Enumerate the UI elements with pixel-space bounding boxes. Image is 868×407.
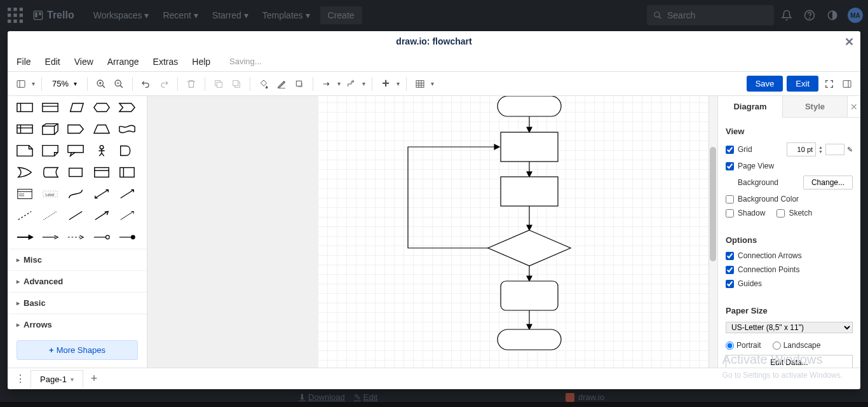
shape-hexagon[interactable] [92, 99, 111, 116]
conn-arrows-checkbox[interactable]: Connection Arrows [726, 251, 853, 260]
pencil-icon[interactable]: ✎ [847, 146, 853, 154]
shape-and[interactable] [118, 142, 137, 160]
menu-view[interactable]: View [74, 57, 93, 67]
line-color-icon[interactable] [275, 77, 288, 91]
close-panel-icon[interactable]: ✕ [848, 96, 860, 117]
shape-arrow[interactable] [118, 185, 137, 203]
shape-connector-2[interactable] [41, 228, 60, 246]
menu-edit[interactable]: Edit [45, 57, 60, 67]
zoom-select[interactable]: 75%▾ [48, 78, 81, 90]
shape-terminator-end[interactable] [498, 329, 561, 350]
sketch-checkbox[interactable]: Sketch [776, 209, 812, 217]
exit-button[interactable]: Exit [787, 76, 818, 92]
shape-connector-5[interactable] [118, 228, 137, 246]
shape-cube[interactable] [41, 120, 60, 138]
table-icon[interactable] [413, 77, 427, 91]
zoom-in-icon[interactable] [94, 77, 108, 91]
edit-link[interactable]: ✎Edit [354, 392, 377, 402]
shape-line-arrow-thin[interactable] [118, 207, 137, 224]
chevron-down-icon[interactable]: ▾ [397, 80, 400, 87]
shape-datastore[interactable] [41, 163, 60, 181]
stepper-down-icon[interactable]: ▼ [818, 149, 823, 154]
grid-checkbox[interactable]: Grid [726, 145, 752, 154]
attachment-chip[interactable]: draw.io [566, 392, 604, 402]
edit-data-button[interactable]: Edit Data... [726, 355, 853, 368]
format-panel-icon[interactable] [840, 77, 854, 91]
to-back-icon[interactable] [229, 77, 243, 91]
tab-diagram[interactable]: Diagram [718, 96, 783, 118]
canvas[interactable] [147, 96, 717, 368]
shape-tag[interactable] [66, 120, 85, 138]
nav-templates[interactable]: Templates▾ [256, 6, 316, 24]
avatar[interactable]: MA [848, 8, 863, 23]
zoom-out-icon[interactable] [112, 77, 126, 91]
pages-menu-icon[interactable]: ⋮ [11, 373, 29, 385]
landscape-radio[interactable]: Landscape [773, 341, 821, 350]
chevron-down-icon[interactable]: ▾ [362, 80, 365, 87]
vertical-scrollbar[interactable] [709, 96, 717, 368]
fill-color-icon[interactable] [257, 77, 271, 91]
stepper-up-icon[interactable]: ▲ [818, 145, 823, 149]
section-advanced[interactable]: Advanced [8, 270, 147, 292]
shape-dashed[interactable] [15, 207, 34, 224]
shape-process[interactable] [15, 99, 34, 116]
section-misc[interactable]: Misc [8, 249, 147, 270]
section-basic[interactable]: Basic [8, 292, 147, 314]
shape-terminator-start[interactable] [498, 96, 561, 116]
shape-actor[interactable] [92, 142, 111, 160]
shape-curve[interactable] [66, 185, 85, 203]
canvas-page[interactable] [318, 96, 712, 368]
waypoints-icon[interactable] [344, 77, 358, 91]
shape-decision[interactable] [488, 230, 571, 266]
shape-line-arrow-open[interactable] [92, 207, 111, 224]
nav-recent[interactable]: Recent▾ [156, 6, 204, 24]
menu-arrange[interactable]: Arrange [107, 57, 139, 67]
menu-help[interactable]: Help [192, 57, 210, 67]
close-icon[interactable]: ✕ [844, 35, 854, 49]
paper-size-select[interactable]: US-Letter (8,5" x 11") [726, 322, 853, 333]
fullscreen-icon[interactable] [822, 77, 836, 91]
change-bg-button[interactable]: Change... [803, 176, 853, 190]
shape-note[interactable] [15, 142, 34, 160]
more-shapes-button[interactable]: +More Shapes [17, 340, 138, 360]
shape-or[interactable] [15, 163, 34, 181]
tab-style[interactable]: Style [783, 96, 848, 117]
theme-icon[interactable] [822, 5, 843, 25]
shape-callout[interactable] [66, 142, 85, 160]
save-button[interactable]: Save [747, 76, 783, 92]
chevron-down-icon[interactable]: ▾ [32, 80, 35, 87]
delete-icon[interactable] [184, 77, 198, 91]
shape-arrow-bidir[interactable] [92, 185, 111, 203]
search-input[interactable]: Search [647, 5, 774, 25]
shape-internal-storage[interactable] [15, 120, 34, 138]
shape-container[interactable] [118, 163, 137, 181]
shape-process-3[interactable] [501, 281, 558, 310]
shadow-icon[interactable] [292, 77, 306, 91]
shape-connector-3[interactable] [66, 228, 85, 246]
bgcolor-checkbox[interactable]: Background Color [726, 195, 853, 204]
chevron-down-icon[interactable]: ▾ [337, 80, 341, 87]
shape-list[interactable] [15, 185, 34, 203]
view-sidebar-icon[interactable] [14, 77, 28, 91]
pageview-checkbox[interactable]: Page View [726, 162, 853, 170]
menu-file[interactable]: File [17, 57, 31, 67]
shape-dotted[interactable] [41, 207, 60, 224]
shape-folder-cut[interactable] [41, 142, 60, 160]
shape-step[interactable] [118, 99, 137, 116]
conn-points-checkbox[interactable]: Connection Points [726, 265, 853, 274]
shape-rect[interactable] [66, 163, 85, 181]
help-icon[interactable] [799, 5, 820, 25]
menu-extras[interactable]: Extras [153, 57, 179, 67]
notifications-icon[interactable] [776, 5, 797, 25]
download-link[interactable]: ⬇Download [299, 392, 345, 402]
connection-icon[interactable] [320, 77, 334, 91]
shape-label[interactable]: Label [41, 185, 60, 203]
shadow-checkbox[interactable]: Shadow [726, 209, 765, 217]
shape-process-2[interactable] [501, 177, 558, 206]
add-page-button[interactable]: + [85, 372, 104, 385]
shape-connector-1[interactable] [15, 228, 34, 246]
insert-icon[interactable]: + [379, 77, 393, 91]
guides-checkbox[interactable]: Guides [726, 279, 853, 288]
to-front-icon[interactable] [212, 77, 226, 91]
shape-browser[interactable] [92, 163, 111, 181]
